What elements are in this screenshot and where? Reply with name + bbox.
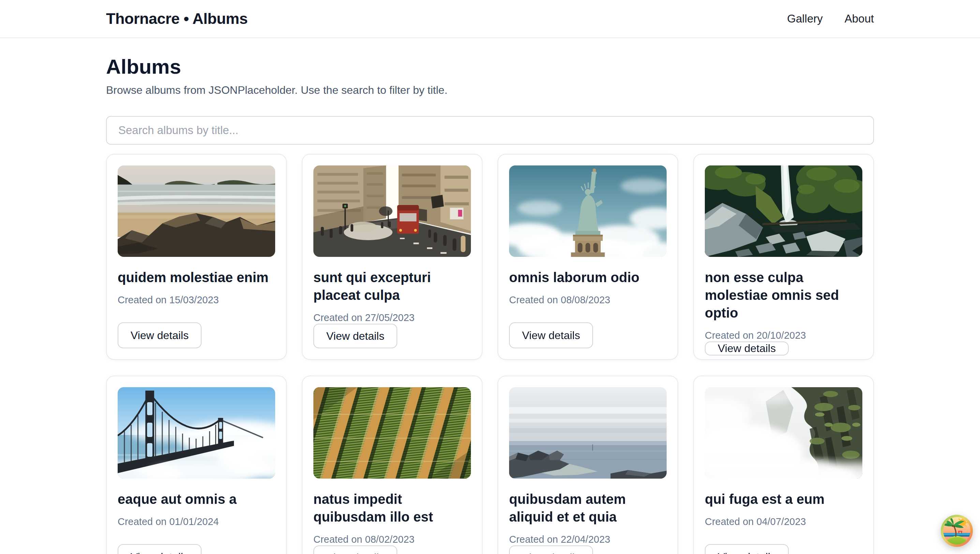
album-created-date: Created on 22/04/2023 (509, 533, 667, 546)
view-details-button[interactable]: View details (313, 546, 397, 554)
album-cover-city-street (313, 166, 471, 257)
view-details-button[interactable]: View details (705, 341, 789, 355)
album-card: qui fuga est a eum Created on 04/07/2023… (693, 376, 874, 554)
view-details-button[interactable]: View details (705, 544, 789, 554)
album-card: quibusdam autem aliquid et et quia Creat… (498, 376, 678, 554)
album-cover-misty-cliffs (705, 387, 862, 479)
nav-link-gallery[interactable]: Gallery (787, 12, 823, 25)
album-cover-statue-of-liberty (509, 166, 667, 257)
album-card: natus impedit quibusdam illo est Created… (302, 376, 482, 554)
album-cover-sea-rocks (509, 387, 667, 479)
view-details-button[interactable]: View details (118, 544, 202, 554)
album-card: omnis laborum odio Created on 08/08/2023… (498, 154, 678, 360)
tropical-island-icon[interactable] (940, 514, 974, 548)
page-title: Albums (106, 54, 874, 79)
album-cover-fog-bridge (118, 387, 275, 479)
album-created-date: Created on 27/05/2023 (313, 312, 471, 324)
main-content: Albums Browse albums from JSONPlaceholde… (106, 54, 874, 554)
view-details-button[interactable]: View details (313, 324, 397, 348)
album-created-date: Created on 15/03/2023 (118, 294, 275, 306)
view-details-button[interactable]: View details (509, 322, 593, 348)
header: Thornacre • Albums Gallery About (0, 0, 980, 38)
album-grid: quidem molestiae enim Created on 15/03/2… (106, 154, 874, 554)
album-cover-beach-rocks (118, 166, 275, 257)
nav-link-about[interactable]: About (845, 12, 874, 25)
album-title: qui fuga est a eum (705, 490, 862, 508)
album-created-date: Created on 08/08/2023 (509, 294, 667, 306)
album-title: eaque aut omnis a (118, 490, 275, 508)
album-created-date: Created on 04/07/2023 (705, 516, 862, 528)
album-title: natus impedit quibusdam illo est (313, 490, 471, 526)
album-card: eaque aut omnis a Created on 01/01/2024 … (106, 376, 287, 554)
album-card: quidem molestiae enim Created on 15/03/2… (106, 154, 287, 360)
view-details-button[interactable]: View details (118, 322, 202, 348)
search-bar (106, 116, 874, 145)
album-title: quidem molestiae enim (118, 269, 275, 286)
view-details-button[interactable]: View details (509, 546, 593, 554)
album-created-date: Created on 20/10/2023 (705, 329, 862, 341)
album-card: non esse culpa molestiae omnis sed optio… (693, 154, 874, 360)
album-cover-farm-fields (313, 387, 471, 479)
album-created-date: Created on 08/02/2023 (313, 533, 471, 546)
album-title: sunt qui excepturi placeat culpa (313, 269, 471, 304)
brand-title: Thornacre • Albums (106, 10, 248, 28)
album-title: omnis laborum odio (509, 269, 667, 286)
album-cover-waterfall-gorge (705, 166, 862, 257)
main-nav: Gallery About (787, 12, 874, 25)
album-card: sunt qui excepturi placeat culpa Created… (302, 154, 482, 360)
album-created-date: Created on 01/01/2024 (118, 516, 275, 528)
search-input[interactable] (106, 116, 874, 145)
album-title: quibusdam autem aliquid et et quia (509, 490, 667, 526)
page-subtitle: Browse albums from JSONPlaceholder. Use … (106, 83, 874, 97)
album-title: non esse culpa molestiae omnis sed optio (705, 269, 862, 322)
